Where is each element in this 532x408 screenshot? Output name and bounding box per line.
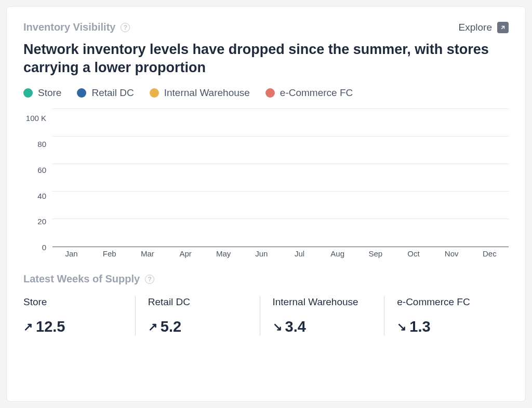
grid-line bbox=[52, 219, 509, 219]
x-tick-label: Sep bbox=[356, 247, 394, 260]
y-tick-label: 40 bbox=[23, 191, 50, 200]
plot-area bbox=[52, 109, 509, 247]
kpi-value-row: ↘1.3 bbox=[397, 318, 496, 335]
x-tick-label: Jul bbox=[281, 247, 318, 260]
kpi-card: Store↗12.5 bbox=[23, 296, 135, 335]
grid-line bbox=[52, 108, 509, 109]
x-tick-label: Jan bbox=[52, 247, 90, 260]
x-tick-label: May bbox=[205, 247, 243, 260]
y-tick-label: 20 bbox=[23, 217, 50, 226]
kpi-card: e-Commerce FC↘1.3 bbox=[384, 296, 509, 335]
help-icon[interactable]: ? bbox=[121, 23, 130, 32]
x-tick-label: Mar bbox=[128, 247, 166, 260]
kpi-value: 1.3 bbox=[409, 318, 430, 335]
card-section-title: Inventory Visibility bbox=[23, 21, 115, 33]
external-link-icon bbox=[497, 22, 509, 33]
legend-swatch bbox=[150, 88, 159, 98]
subheader-title: Latest Weeks of Supply bbox=[23, 273, 140, 285]
kpi-label: Store bbox=[23, 296, 123, 308]
legend-label: e-Commerce FC bbox=[280, 87, 353, 99]
x-axis: JanFebMarAprMayJunJulAugSepOctNovDec bbox=[52, 247, 509, 260]
legend-item[interactable]: Retail DC bbox=[77, 87, 134, 99]
chart-title: Network inventory levels have dropped si… bbox=[23, 40, 509, 77]
kpi-value-row: ↗5.2 bbox=[148, 318, 247, 335]
y-tick-label: 0 bbox=[23, 243, 50, 252]
legend-item[interactable]: e-Commerce FC bbox=[265, 87, 353, 99]
stacked-bar-chart: 020406080100 K JanFebMarAprMayJunJulAugS… bbox=[23, 109, 509, 260]
kpi-label: Retail DC bbox=[148, 296, 247, 308]
explore-link[interactable]: Explore bbox=[459, 22, 509, 33]
kpi-label: Internal Warehouse bbox=[273, 296, 372, 308]
kpi-label: e-Commerce FC bbox=[397, 296, 496, 308]
x-tick-label: Apr bbox=[166, 247, 204, 260]
card-header: Inventory Visibility ? Explore bbox=[23, 21, 509, 33]
kpi-row: Store↗12.5Retail DC↗5.2Internal Warehous… bbox=[23, 296, 509, 335]
x-tick-label: Nov bbox=[433, 247, 471, 260]
grid-line bbox=[52, 164, 509, 164]
arrow-up-icon: ↗ bbox=[23, 320, 33, 334]
legend-label: Retail DC bbox=[91, 87, 134, 99]
legend-swatch bbox=[265, 88, 275, 98]
y-tick-label: 100 K bbox=[23, 114, 50, 123]
subheader-group: Latest Weeks of Supply ? bbox=[23, 273, 509, 285]
inventory-card: Inventory Visibility ? Explore Network i… bbox=[6, 6, 526, 402]
grid-line bbox=[52, 191, 509, 192]
x-tick-label: Oct bbox=[394, 247, 432, 260]
y-tick-label: 80 bbox=[23, 139, 50, 148]
arrow-down-icon: ↘ bbox=[273, 320, 282, 334]
arrow-down-icon: ↘ bbox=[397, 320, 406, 334]
bar-container bbox=[52, 109, 509, 247]
legend-label: Internal Warehouse bbox=[164, 87, 250, 99]
y-axis: 020406080100 K bbox=[23, 109, 50, 247]
x-tick-label: Jun bbox=[243, 247, 281, 260]
x-tick-label: Dec bbox=[471, 247, 509, 260]
chart-legend: StoreRetail DCInternal Warehousee-Commer… bbox=[23, 87, 509, 99]
grid-line bbox=[52, 136, 509, 137]
legend-swatch bbox=[77, 88, 86, 98]
legend-item[interactable]: Store bbox=[23, 87, 61, 99]
y-tick-label: 60 bbox=[23, 165, 50, 174]
kpi-card: Retail DC↗5.2 bbox=[135, 296, 260, 335]
kpi-value: 12.5 bbox=[36, 318, 65, 335]
header-title-group: Inventory Visibility ? bbox=[23, 21, 130, 33]
legend-swatch bbox=[23, 88, 33, 98]
x-tick-label: Feb bbox=[90, 247, 128, 260]
legend-label: Store bbox=[38, 87, 61, 99]
kpi-value-row: ↗12.5 bbox=[23, 318, 123, 335]
x-tick-label: Aug bbox=[318, 247, 356, 260]
kpi-value: 3.4 bbox=[285, 318, 306, 335]
kpi-card: Internal Warehouse↘3.4 bbox=[260, 296, 384, 335]
arrow-up-icon: ↗ bbox=[148, 320, 157, 334]
kpi-value-row: ↘3.4 bbox=[273, 318, 372, 335]
explore-label: Explore bbox=[459, 22, 492, 33]
kpi-value: 5.2 bbox=[161, 318, 181, 335]
help-icon[interactable]: ? bbox=[145, 275, 154, 284]
legend-item[interactable]: Internal Warehouse bbox=[150, 87, 250, 99]
